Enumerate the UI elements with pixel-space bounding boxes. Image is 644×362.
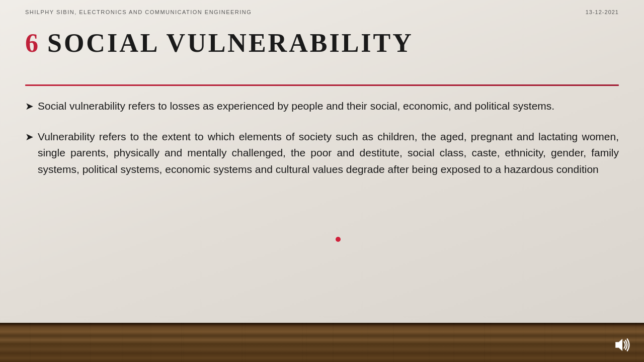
title-area: 6 Social Vulnerability — [25, 30, 414, 56]
cursor-dot — [336, 237, 341, 242]
bullet-text-2: Vulnerability refers to the extent to wh… — [38, 129, 619, 178]
volume-svg — [613, 336, 631, 354]
bullet-text-1: Social vulnerability refers to losses as… — [38, 98, 554, 115]
meta-bar: SHILPHY SIBIN, ELECTRONICS AND COMMUNICA… — [0, 9, 644, 15]
bullet-arrow-2: ➤ — [25, 131, 34, 143]
author-text: SHILPHY SIBIN, ELECTRONICS AND COMMUNICA… — [25, 9, 252, 15]
wood-floor — [0, 323, 644, 362]
volume-icon[interactable] — [612, 335, 632, 355]
bullet-arrow-1: ➤ — [25, 100, 34, 112]
title-divider — [25, 84, 619, 86]
date-text: 13-12-2021 — [586, 9, 619, 15]
wood-plank-texture — [0, 323, 644, 362]
bullet-item-2: ➤ Vulnerability refers to the extent to … — [25, 129, 619, 178]
slide-container: SHILPHY SIBIN, ELECTRONICS AND COMMUNICA… — [0, 0, 644, 362]
content-area: ➤ Social vulnerability refers to losses … — [25, 98, 619, 317]
svg-marker-0 — [615, 339, 622, 350]
bullet-item-1: ➤ Social vulnerability refers to losses … — [25, 98, 619, 115]
slide-number: 6 — [25, 30, 38, 56]
slide-title: Social Vulnerability — [47, 30, 414, 56]
